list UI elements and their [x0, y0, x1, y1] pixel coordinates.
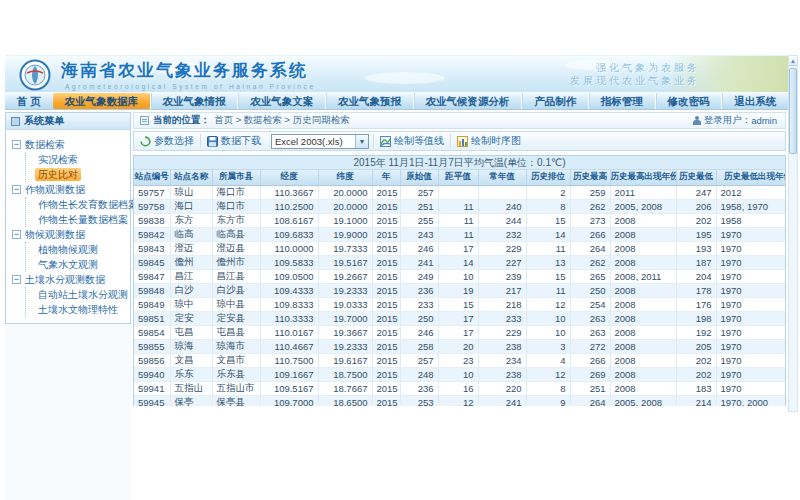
- table-cell: 109.0500: [260, 269, 318, 283]
- table-row[interactable]: 59945保亭保亭县109.700018.6500201525312241926…: [134, 395, 786, 406]
- scroll-up-icon[interactable]: ▲: [789, 56, 797, 66]
- table-cell: 110.0167: [260, 325, 318, 339]
- collapse-icon[interactable]: −: [12, 185, 21, 194]
- table-row[interactable]: 59838东方东方市108.616719.1000201525511244152…: [134, 213, 786, 227]
- table-cell: 266: [570, 353, 610, 367]
- main-nav: 首 页农业气象数据库农业气象情报农业气象文案农业气象预报农业气候资源分析产品制作…: [5, 92, 788, 110]
- sidebar-header-label: 系统菜单: [24, 114, 64, 128]
- breadcrumb[interactable]: 首页 > 数据检索 > 历史同期检索: [214, 114, 350, 127]
- table-row[interactable]: 59758海口海口市110.250020.0000201525111240826…: [134, 199, 786, 213]
- table-cell: 2011: [610, 185, 676, 199]
- table-row[interactable]: 59849琼中琼中县109.833319.0333201523315218122…: [134, 297, 786, 311]
- vertical-scrollbar[interactable]: ▲: [788, 55, 798, 412]
- table-row[interactable]: 59855琼海琼海市110.466719.2333201525820238327…: [134, 339, 786, 353]
- table-cell: 11: [526, 241, 570, 255]
- table-cell: 东方: [170, 213, 212, 227]
- data-table: 站点编号站点名称所属市县经度纬度年原始值距平值常年值历史排位历史最高历史最高出现…: [134, 170, 786, 406]
- table-cell: 18.6500: [318, 395, 372, 406]
- table-row[interactable]: 59847昌江昌江县109.050019.2667201524910239152…: [134, 269, 786, 283]
- table-cell: 文昌: [170, 353, 212, 367]
- collapse-icon[interactable]: −: [12, 230, 21, 239]
- collapse-icon[interactable]: −: [12, 275, 21, 284]
- table-row[interactable]: 59843澄迈澄迈县110.000019.7333201524617229112…: [134, 241, 786, 255]
- table-cell: 海口市: [212, 199, 260, 213]
- table-cell: 59851: [134, 311, 170, 325]
- table-cell: 59843: [134, 241, 170, 255]
- table-cell: 176: [676, 297, 716, 311]
- table-row[interactable]: 59845儋州儋州市109.583319.5167201524114227132…: [134, 255, 786, 269]
- sidebar-group[interactable]: −物候观测数据: [12, 227, 130, 242]
- column-header: 纬度: [318, 170, 372, 185]
- table-row[interactable]: 59854屯昌屯昌县110.016719.3667201524617229102…: [134, 325, 786, 339]
- table-cell: 17: [438, 241, 478, 255]
- nav-item[interactable]: 首 页: [5, 93, 53, 109]
- table-cell: 2015: [372, 185, 400, 199]
- table-cell: 五指山: [170, 381, 212, 395]
- nav-item[interactable]: 产品制作: [521, 93, 588, 109]
- table-row[interactable]: 59848白沙白沙县109.433319.2333201523619217112…: [134, 283, 786, 297]
- draw-contour-button[interactable]: 绘制等值线: [380, 134, 444, 148]
- table-cell: 2015: [372, 269, 400, 283]
- nav-item[interactable]: 修改密码: [655, 93, 722, 109]
- table-cell: 19: [438, 283, 478, 297]
- scrollbar-thumb[interactable]: [789, 68, 797, 154]
- table-cell: 59838: [134, 213, 170, 227]
- nav-item[interactable]: 农业气候资源分析: [413, 93, 522, 109]
- sidebar-group[interactable]: −土壤水分观测数据: [12, 272, 130, 287]
- table-cell: 2008: [610, 325, 676, 339]
- table-row[interactable]: 59851定安定安县110.333319.7000201525017233102…: [134, 311, 786, 325]
- format-select-value: Excel 2003(.xls): [275, 136, 353, 147]
- sidebar-item[interactable]: 气象水文观测: [26, 257, 130, 272]
- table-cell: [478, 185, 526, 199]
- sidebar-item[interactable]: 土壤水文物理特性: [26, 302, 130, 317]
- table-row[interactable]: 59856文昌文昌市110.750019.6167201525723234426…: [134, 353, 786, 367]
- nav-item[interactable]: 农业气象文案: [237, 93, 325, 109]
- sidebar-item[interactable]: 作物生长发育数据档案: [26, 197, 130, 212]
- sidebar-item[interactable]: 历史比对: [26, 167, 130, 182]
- table-cell: 109.6833: [260, 227, 318, 241]
- sidebar-item[interactable]: 植物物候观测: [26, 242, 130, 257]
- sidebar-item[interactable]: 实况检索: [26, 152, 130, 167]
- table-cell: 11: [438, 213, 478, 227]
- chevron-down-icon[interactable]: ▼: [355, 135, 368, 148]
- sidebar-item[interactable]: 作物生长量数据档案: [26, 212, 130, 227]
- table-cell: 临高县: [212, 227, 260, 241]
- table-cell: 海口市: [212, 185, 260, 199]
- table-row[interactable]: 59842临高临高县109.683319.9000201524311232142…: [134, 227, 786, 241]
- table-cell: 232: [478, 227, 526, 241]
- table-cell: 1970: [716, 339, 786, 353]
- table-cell: 1970: [716, 283, 786, 297]
- banner-slogan: 强化气象为农服务 发展现代农业气象业务: [570, 61, 700, 87]
- table-body: 59757琼山海口市110.366720.0000201525722592011…: [134, 185, 786, 406]
- table-cell: 1970: [716, 255, 786, 269]
- nav-item[interactable]: 指标管理: [588, 93, 655, 109]
- table-row[interactable]: 59940乐东乐东县109.166718.7500201524810238122…: [134, 367, 786, 381]
- table-cell: 海口: [170, 199, 212, 213]
- draw-timeseries-button[interactable]: 绘制时序图: [457, 134, 521, 148]
- nav-item[interactable]: 退出系统: [721, 93, 788, 109]
- table-cell: 15: [438, 297, 478, 311]
- sidebar-group[interactable]: −数据检索: [12, 137, 130, 152]
- table-cell: 屯昌: [170, 325, 212, 339]
- table-cell: 264: [570, 395, 610, 406]
- nav-item[interactable]: 农业气象预报: [325, 93, 413, 109]
- sidebar-group[interactable]: −作物观测数据: [12, 182, 130, 197]
- download-button[interactable]: 数据下载: [207, 134, 261, 148]
- table-cell: 257: [400, 353, 438, 367]
- nav-item[interactable]: 农业气象情报: [150, 93, 238, 109]
- table-cell: 10: [438, 367, 478, 381]
- table-cell: 202: [676, 213, 716, 227]
- table-row[interactable]: 59757琼山海口市110.366720.0000201525722592011…: [134, 185, 786, 199]
- nav-item[interactable]: 农业气象数据库: [53, 93, 150, 109]
- table-cell: 251: [570, 381, 610, 395]
- table-cell: 17: [438, 311, 478, 325]
- table-cell: 59849: [134, 297, 170, 311]
- param-select-button[interactable]: 参数选择: [140, 134, 194, 148]
- sidebar-item[interactable]: 自动站土壤水分观测: [26, 287, 130, 302]
- table-cell: 264: [570, 241, 610, 255]
- collapse-icon[interactable]: −: [12, 140, 21, 149]
- format-select[interactable]: Excel 2003(.xls) ▼: [271, 134, 369, 149]
- table-row[interactable]: 59941五指山五指山市109.516718.76672015236162208…: [134, 381, 786, 395]
- table-cell: 乐东: [170, 367, 212, 381]
- sidebar-header: 系统菜单: [6, 113, 130, 130]
